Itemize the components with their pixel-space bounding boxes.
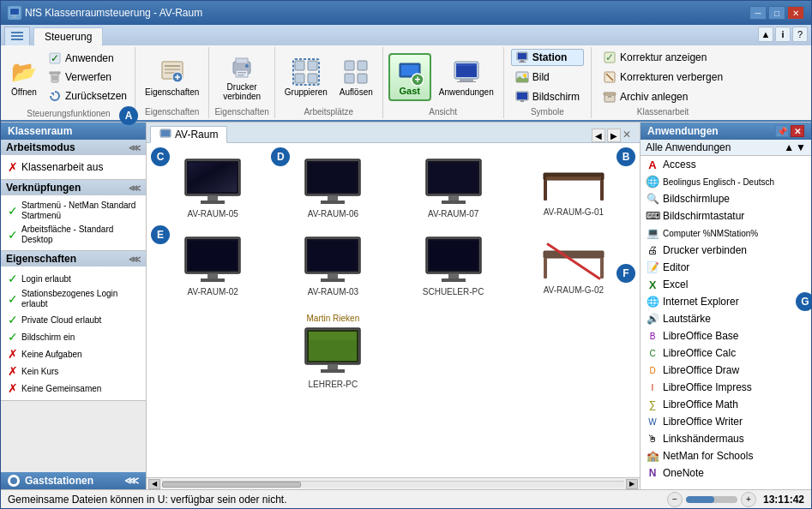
svg-rect-105 <box>309 332 357 340</box>
anwendungen-button[interactable]: Anwendungen <box>435 56 498 99</box>
prop-stations-login[interactable]: ✓ Stationsbezogenes Login erlaubt <box>8 287 139 311</box>
pc-av-raum-02[interactable]: E AV-RAUM-02 <box>157 231 268 301</box>
app-excel[interactable]: X Excel <box>641 276 811 293</box>
apply-button[interactable]: ✓ Anwenden <box>44 50 131 67</box>
app-libreoffice-impress[interactable]: I LibreOffice Impress <box>641 379 811 396</box>
settings-button[interactable]: ? <box>792 27 808 42</box>
prop-aufgaben[interactable]: ✗ Keine Aufgaben <box>8 345 139 362</box>
maximize-button[interactable]: □ <box>768 6 785 20</box>
pc-av-raum-g-01[interactable]: B AV-RAUM-G-01 <box>518 153 629 223</box>
eigenschaften-button[interactable]: Eigenschaften <box>141 56 203 99</box>
svg-rect-28 <box>295 61 304 70</box>
app-lautstaerke[interactable]: 🔊 Lautstärke <box>641 310 811 327</box>
app-libreoffice-math[interactable]: ∑ LibreOffice Math <box>641 396 811 413</box>
app-linkshaendermaus[interactable]: 🖱 Linkshändermaus <box>641 430 811 447</box>
korrekturen-verbergen-button[interactable]: Korrekturen verbergen <box>598 69 727 86</box>
green-check-icon-5: ✓ <box>8 313 18 326</box>
svg-rect-96 <box>448 273 459 278</box>
pc-av-raum-03[interactable]: AV-RAUM-03 <box>277 231 388 301</box>
app-netman[interactable]: 🏫 NetMan for Schools <box>641 447 811 464</box>
app-computer[interactable]: 💻 Computer %NMStation% <box>641 225 811 242</box>
app-beolingus[interactable]: 🌐 Beolingus Englisch - Deutsch <box>641 173 811 190</box>
pc-av-raum-g-02[interactable]: F AV-RAUM-G-02 <box>518 231 629 301</box>
pin-button[interactable]: 📌 <box>775 125 789 137</box>
svg-rect-68 <box>201 201 225 204</box>
korrektur-anzeigen-button[interactable]: ✓ Korrektur anzeigen <box>598 49 727 66</box>
drucker-button[interactable]: Drucker verbinden <box>219 51 265 104</box>
verknuepfung-startmenu[interactable]: ✓ Startmenü - NetMan Standard Startmenü <box>8 199 139 223</box>
archiv-anlegen-button[interactable]: Archiv anlegen <box>598 88 727 105</box>
tab-app-menu[interactable] <box>4 27 30 45</box>
scroll-right-button[interactable]: ▶ <box>626 479 638 489</box>
tab-close-button[interactable]: ✕ <box>623 129 636 142</box>
app-libreoffice-writer[interactable]: W LibreOffice Writer <box>641 413 811 430</box>
prop-gemeinsamen[interactable]: ✗ Keine Gemeinsamen <box>8 380 139 397</box>
app-libreoffice-base[interactable]: B LibreOffice Base <box>641 327 811 344</box>
help-button[interactable]: ▲ <box>758 27 773 42</box>
pc-av-raum-05[interactable]: C <box>157 153 268 223</box>
app-bildschirmlupe[interactable]: 🔍 Bildschirmlupe <box>641 190 811 207</box>
app-filter-bar[interactable]: Alle Anwendungen ▲ ▼ <box>641 140 811 156</box>
pc-schueler[interactable]: SCHUELER-PC <box>398 231 509 301</box>
app-bildschirmtastatur[interactable]: ⌨ Bildschirmtastatur <box>641 207 811 225</box>
svg-rect-60 <box>604 93 616 95</box>
arbeitsmodus-item[interactable]: ✗ Klassenarbeit aus <box>8 159 139 176</box>
gruppieren-button[interactable]: Gruppieren <box>280 56 332 99</box>
gaststationen-bar[interactable]: Gaststationen ⋘ <box>1 472 146 489</box>
app-editor[interactable]: 📝 Editor <box>641 259 811 276</box>
app-libreoffice-draw[interactable]: D LibreOffice Draw <box>641 362 811 379</box>
app-access[interactable]: A Access <box>641 156 811 173</box>
app-computer-icon: 💻 <box>646 226 659 240</box>
section-header-arbeitsmodus[interactable]: Arbeitsmodus ⋘ <box>1 140 146 155</box>
green-check-icon-4: ✓ <box>8 292 18 306</box>
filter-expand-icon[interactable]: ▲ <box>784 141 794 153</box>
station-button[interactable]: Station <box>511 49 584 66</box>
bottom-scrollbar[interactable]: ◀ ▶ <box>147 477 640 489</box>
gast-button[interactable]: + Gast <box>388 53 431 101</box>
app-ie[interactable]: G 🌐 Internet Explorer <box>641 293 811 310</box>
tab-steuerung[interactable]: Steuerung <box>33 27 103 46</box>
left-panel-title: Klassenraum <box>1 123 146 140</box>
group-ansicht: + Gast <box>383 47 504 118</box>
red-x-icon-2: ✗ <box>8 347 18 361</box>
svg-rect-76 <box>430 163 478 192</box>
app-libreoffice-writer-icon: W <box>646 415 659 428</box>
prop-bildschirm[interactable]: ✓ Bildschirm ein <box>8 328 139 345</box>
scrollbar-track <box>162 481 624 488</box>
app-libreoffice-calc[interactable]: C LibreOffice Calc <box>641 344 811 362</box>
nav-next[interactable]: ▶ <box>607 129 621 142</box>
pc-lehrer[interactable]: Martin Rieken LEHRER-PC <box>277 309 388 393</box>
status-increase-btn[interactable]: + <box>741 492 756 507</box>
tab-av-raum[interactable]: AV-Raum <box>150 126 227 143</box>
prop-login[interactable]: ✓ Login erlaubt <box>8 270 139 287</box>
scrollbar-thumb[interactable] <box>162 482 301 488</box>
prop-private-cloud[interactable]: ✓ Private Cloud erlaubt <box>8 311 139 328</box>
discard-button[interactable]: Verwerfen <box>44 69 131 86</box>
section-header-verknuepfungen[interactable]: Verknüpfungen ⋘ <box>1 180 146 195</box>
app-drucker[interactable]: 🖨 Drucker verbinden <box>641 242 811 259</box>
nav-prev[interactable]: ◀ <box>592 129 605 142</box>
app-onenote[interactable]: N OneNote <box>641 464 811 482</box>
filter-scroll-icon[interactable]: ▼ <box>796 141 806 153</box>
info-button[interactable]: i <box>775 27 791 42</box>
close-button[interactable]: ✕ <box>787 6 804 20</box>
prop-kurs[interactable]: ✗ Kein Kurs <box>8 362 139 380</box>
bildschirm-button[interactable]: Bildschirm <box>511 88 584 105</box>
pc-av-raum-07[interactable]: AV-RAUM-07 <box>398 153 509 223</box>
aufloesen-button[interactable]: Auflösen <box>335 56 377 99</box>
reset-button[interactable]: Zurücksetzen <box>44 87 131 105</box>
verknuepfung-desktop[interactable]: ✓ Arbeitsfläche - Standard Desktop <box>8 223 139 247</box>
bild-button[interactable]: Bild <box>511 69 584 86</box>
progress-fill <box>686 496 714 503</box>
section-header-eigenschaften[interactable]: Eigenschaften ⋘ <box>1 251 146 266</box>
svg-rect-100 <box>600 258 604 278</box>
section-verknuepfungen: Verknüpfungen ⋘ ✓ Startmenü - NetMan Sta… <box>1 180 146 251</box>
minimize-button[interactable]: ─ <box>749 6 767 20</box>
scroll-left-button[interactable]: ◀ <box>148 479 160 489</box>
status-text: Gemeinsame Dateien können in U: verfügba… <box>8 494 287 506</box>
status-decrease-btn[interactable]: − <box>667 492 683 507</box>
panel-close-button[interactable]: ✕ <box>791 125 804 137</box>
pc-av-raum-06[interactable]: D AV-RAUM-06 <box>277 153 388 223</box>
open-button[interactable]: 📂 Öffnen <box>6 56 42 99</box>
svg-marker-14 <box>51 93 54 96</box>
